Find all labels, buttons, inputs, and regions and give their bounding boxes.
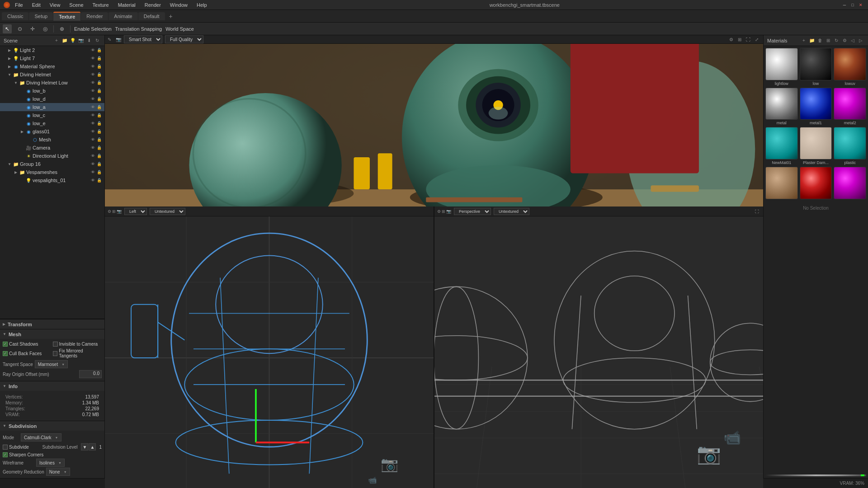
mesh-section-header[interactable]: ▼ Mesh xyxy=(0,329,104,339)
tree-item-group16[interactable]: ▼ 📁 Group 16 👁 🔒 xyxy=(0,160,104,168)
scene-add-icon[interactable]: + xyxy=(53,37,60,44)
rotate-tool-icon[interactable]: ⊙ xyxy=(15,24,24,33)
lock-diving-helmet[interactable]: 🔒 xyxy=(96,72,103,77)
lock-dhl[interactable]: 🔒 xyxy=(96,80,103,85)
invisible-camera-checkbox[interactable] xyxy=(53,342,58,347)
mat-thumb-lowuv[interactable] xyxy=(834,48,866,80)
left-view-select[interactable]: Left xyxy=(124,208,147,215)
tree-item-light2[interactable]: ▶ 💡 Light 2 👁 🔒 xyxy=(0,46,104,54)
quality-select[interactable]: Full Quality xyxy=(165,35,203,43)
expand-group16[interactable]: ▼ xyxy=(6,161,13,167)
lock-glass01[interactable]: 🔒 xyxy=(96,129,103,134)
persp-vp-split[interactable]: ⊞ xyxy=(442,209,445,214)
translation-snapping-label[interactable]: Translation Snapping xyxy=(115,26,162,32)
sharpen-corners-checkbox[interactable] xyxy=(3,452,8,457)
snap-icon[interactable]: ⊕ xyxy=(57,24,66,33)
ray-origin-input[interactable]: 0.0 xyxy=(79,370,102,378)
tangent-space-select[interactable]: Marmoset xyxy=(35,360,68,368)
expand-low-e[interactable] xyxy=(19,120,25,127)
tree-item-light7[interactable]: ▶ 💡 Light 7 👁 🔒 xyxy=(0,54,104,62)
subdivision-mode-select[interactable]: Catmull-Clark xyxy=(21,433,61,441)
menu-edit[interactable]: Edit xyxy=(31,2,42,8)
mat-thumb-plaster[interactable] xyxy=(800,127,832,160)
geo-reduction-select[interactable]: None xyxy=(46,468,70,476)
mat-thumb-metal2[interactable] xyxy=(834,88,866,120)
eye-low-d[interactable]: 👁 xyxy=(90,97,96,101)
menu-window[interactable]: Window xyxy=(169,2,189,8)
tree-item-low-d[interactable]: ◉ low_d 👁 🔒 xyxy=(0,95,104,103)
eye-low-c[interactable]: 👁 xyxy=(90,113,96,117)
left-vp-settings[interactable]: ⚙ xyxy=(108,209,111,214)
fix-mirrored-checkbox[interactable] xyxy=(53,351,58,356)
mat-item-metal[interactable]: metal xyxy=(765,88,798,126)
mat-thumb-r3[interactable] xyxy=(834,167,866,199)
eye-mat-sphere[interactable]: 👁 xyxy=(90,64,96,69)
tab-animate[interactable]: Animate xyxy=(108,12,137,20)
cast-shadows-check[interactable]: Cast Shadows xyxy=(3,342,52,347)
tree-item-diving-helmet[interactable]: ▼ 📁 Diving Helmet 👁 🔒 xyxy=(0,70,104,79)
eye-diving-helmet[interactable]: 👁 xyxy=(90,72,96,77)
lock-low-a[interactable]: 🔒 xyxy=(96,105,103,109)
eye-low-e[interactable]: 👁 xyxy=(90,121,96,126)
wireframe-select[interactable]: Isolines xyxy=(36,459,65,467)
expand-directional-light[interactable] xyxy=(19,153,25,159)
mat-extra-icon[interactable]: ▷ xyxy=(857,37,864,44)
tree-item-vespameshes[interactable]: ▶ 📁 Vespameshes 👁 🔒 xyxy=(0,168,104,176)
mat-thumb-lightlow[interactable] xyxy=(765,48,798,80)
eye-vespalights01[interactable]: 👁 xyxy=(90,178,96,183)
mat-settings-icon[interactable]: ⚙ xyxy=(841,37,848,44)
persp-vp-settings[interactable]: ⚙ xyxy=(437,209,441,214)
orbit-tool-icon[interactable]: ◎ xyxy=(41,24,50,33)
menu-file[interactable]: File xyxy=(14,2,24,8)
expand-vespameshes[interactable]: ▶ xyxy=(13,169,19,175)
tree-item-camera[interactable]: 🎥 Camera 👁 🔒 xyxy=(0,144,104,152)
info-section-header[interactable]: ▼ Info xyxy=(0,381,104,391)
mat-thumb-newmat01[interactable] xyxy=(765,127,798,160)
lock-low-e[interactable]: 🔒 xyxy=(96,121,103,126)
lock-directional-light[interactable]: 🔒 xyxy=(96,154,103,158)
persp-vp-fullscreen[interactable]: ⛶ xyxy=(755,209,759,214)
scene-light-icon[interactable]: 💡 xyxy=(69,37,76,44)
tree-item-material-sphere[interactable]: ▶ ◉ Material Sphere 👁 🔒 xyxy=(0,62,104,70)
mat-item-r2[interactable] xyxy=(800,167,832,200)
lock-light7[interactable]: 🔒 xyxy=(96,56,103,61)
tree-item-diving-helmet-low[interactable]: ▼ 📁 Diving Helmet Low 👁 🔒 xyxy=(0,79,104,87)
mat-item-lightlow[interactable]: lightlow xyxy=(765,48,798,86)
expand-light7[interactable]: ▶ xyxy=(6,55,13,61)
world-space-label[interactable]: World Space xyxy=(165,26,194,32)
mat-item-newmat01[interactable]: NewMat01 xyxy=(765,127,798,165)
invisible-camera-check[interactable]: Invisible to Camera xyxy=(53,342,102,347)
eye-dhl[interactable]: 👁 xyxy=(90,80,96,85)
mat-thumb-r1[interactable] xyxy=(765,167,798,199)
eye-group16[interactable]: 👁 xyxy=(90,162,96,166)
subdivide-check[interactable]: Subdivide xyxy=(3,445,29,450)
mat-thumb-plastic[interactable] xyxy=(834,127,866,160)
menu-texture[interactable]: Texture xyxy=(91,2,110,8)
subdivision-level-up[interactable]: ▲ xyxy=(89,443,96,450)
scene-cam-icon[interactable]: 📷 xyxy=(77,37,85,44)
mat-item-plastic[interactable]: plastic xyxy=(834,127,866,165)
vp-fullscreen-icon[interactable]: ⛶ xyxy=(745,36,752,43)
main-3d-viewport[interactable] xyxy=(105,44,763,206)
expand-low-d[interactable] xyxy=(19,96,25,102)
eye-vespameshes[interactable]: 👁 xyxy=(90,170,96,174)
expand-light2[interactable]: ▶ xyxy=(6,47,13,53)
perspective-render-select[interactable]: Untextured xyxy=(494,208,529,215)
lock-low-d[interactable]: 🔒 xyxy=(96,97,103,101)
vp-split-icon[interactable]: ⊞ xyxy=(736,36,743,43)
minimize-button[interactable]: ─ xyxy=(841,1,848,9)
menu-help[interactable]: Help xyxy=(195,2,208,8)
lock-group16[interactable]: 🔒 xyxy=(96,162,103,166)
tree-item-directional-light[interactable]: ☀ Directional Light 👁 🔒 xyxy=(0,152,104,160)
expand-glass01[interactable]: ▶ xyxy=(19,128,25,135)
vp-settings-icon[interactable]: ⚙ xyxy=(727,36,735,43)
tree-item-low-c[interactable]: ◉ low_c 👁 🔒 xyxy=(0,111,104,119)
lock-vespalights01[interactable]: 🔒 xyxy=(96,178,103,183)
mat-item-metal2[interactable]: metal2 xyxy=(834,88,866,126)
sharpen-corners-check[interactable]: Sharpen Corners xyxy=(3,451,102,458)
smart-shot-select[interactable]: Smart Shot xyxy=(124,35,162,43)
eye-light7[interactable]: 👁 xyxy=(90,56,96,61)
move-tool-icon[interactable]: ✛ xyxy=(28,24,37,33)
persp-vp-camera[interactable]: 📷 xyxy=(446,209,451,214)
transform-section-header[interactable]: ▶ Transform xyxy=(0,319,104,329)
